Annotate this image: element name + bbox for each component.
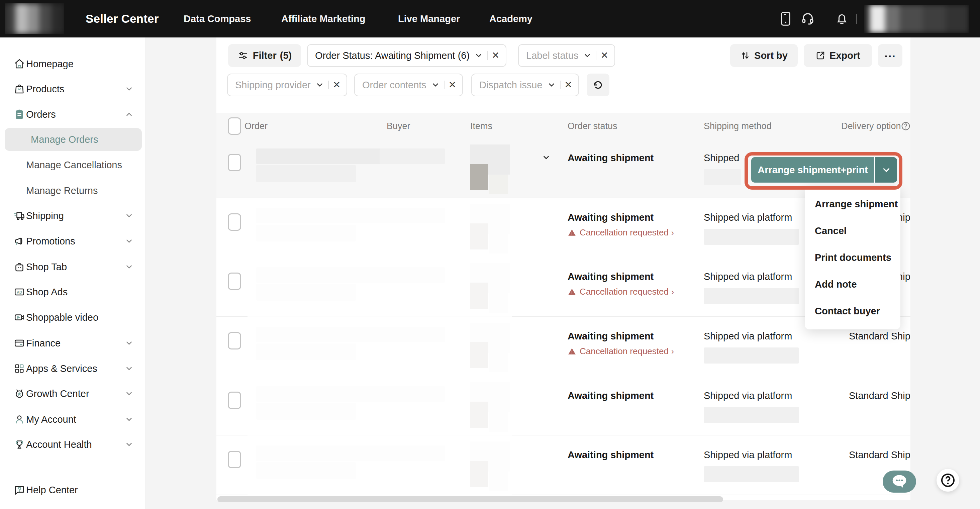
headset-icon[interactable] — [797, 8, 819, 30]
filter-pill-order-contents[interactable]: Order contents ✕ — [354, 73, 463, 96]
chevron-down-icon[interactable] — [547, 81, 556, 89]
dropdown-item-contact-buyer[interactable]: Contact buyer — [805, 297, 900, 324]
pill-divider — [596, 51, 597, 60]
sidebar-item-shop-ads[interactable]: ADShop Ads — [0, 281, 146, 303]
cancellation-requested-link[interactable]: Cancellation requested › — [568, 286, 674, 297]
topnav-icon-group — [775, 0, 980, 37]
sidebar: HomepageProductsOrdersManage OrdersManag… — [0, 37, 146, 509]
dropdown-item-add-note[interactable]: Add note — [805, 271, 900, 297]
help-fab-button[interactable] — [937, 469, 959, 492]
order-status-text: Awaiting shipment — [568, 212, 654, 223]
sidebar-item-growth-center[interactable]: Growth Center — [0, 382, 146, 405]
expand-row-chevron-icon[interactable] — [542, 153, 550, 162]
sort-by-button[interactable]: Sort by — [730, 44, 798, 67]
arrange-shipment-print-split-button[interactable]: Arrange shipment+print — [751, 157, 897, 183]
chevron-down-icon[interactable] — [431, 81, 440, 89]
mobile-icon[interactable] — [775, 8, 797, 30]
cancellation-requested-link[interactable]: Cancellation requested › — [568, 346, 674, 356]
sidebar-item-account-health[interactable]: Account Health — [0, 433, 146, 456]
sidebar-item-manage-orders[interactable]: Manage Orders — [5, 128, 142, 151]
delivery-option-text: Standard Shipping — [849, 390, 910, 401]
filter-pill-order-status[interactable]: Order Status: Awaiting Shipment (6) ✕ — [307, 44, 506, 67]
chevron-down-icon[interactable] — [583, 51, 592, 60]
sidebar-item-products[interactable]: Products — [0, 78, 146, 100]
filter-icon — [237, 50, 248, 61]
shipping-method-text: Shipped via platform — [704, 212, 792, 223]
order-status-text: Awaiting shipment — [568, 450, 654, 461]
filter-pill-label-status[interactable]: Label status ✕ — [518, 44, 615, 67]
row-checkbox[interactable] — [228, 451, 241, 468]
close-icon[interactable]: ✕ — [600, 51, 608, 60]
blurred-shipping-provider — [704, 466, 799, 482]
sidebar-item-homepage[interactable]: Homepage — [0, 52, 146, 75]
sidebar-item-help-center[interactable]: Help Center — [0, 479, 146, 501]
close-icon[interactable]: ✕ — [333, 80, 340, 90]
chevron-down-icon — [125, 364, 134, 373]
sidebar-item-label: Products — [26, 84, 64, 95]
nav-item-live-manager[interactable]: Live Manager — [398, 0, 460, 37]
sidebar-item-finance[interactable]: Finance — [0, 332, 146, 355]
row-checkbox[interactable] — [228, 213, 241, 231]
cancellation-requested-link[interactable]: Cancellation requested › — [568, 227, 674, 238]
sidebar-item-my-account[interactable]: My Account — [0, 408, 146, 431]
blurred-logo-image — [5, 3, 64, 34]
sidebar-item-shoppable-video[interactable]: Shoppable video — [0, 306, 146, 329]
filter-count-badge: (5) — [280, 50, 292, 61]
help-icon — [13, 483, 26, 496]
row-checkbox[interactable] — [228, 272, 241, 290]
filter-pill-shipping-provider[interactable]: Shipping provider ✕ — [227, 73, 347, 96]
select-all-checkbox[interactable] — [228, 118, 241, 135]
filter-pill-dispatch-issue[interactable]: Dispatch issue ✕ — [471, 73, 579, 96]
sidebar-item-apps-services[interactable]: Apps & Services — [0, 357, 146, 380]
nav-item-affiliate-marketing[interactable]: Affiliate Marketing — [281, 0, 365, 37]
shopads-icon: AD — [13, 285, 26, 299]
dropdown-item-print-documents[interactable]: Print documents — [805, 244, 900, 271]
blurred-buyer-name — [380, 148, 445, 164]
sidebar-item-manage-cancellations[interactable]: Manage Cancellations — [0, 154, 146, 176]
dropdown-item-arrange-shipment[interactable]: Arrange shipment — [805, 191, 900, 217]
filter-button[interactable]: Filter (5) — [228, 44, 301, 67]
chevron-down-icon[interactable] — [315, 81, 324, 89]
row-actions-dropdown: Arrange shipmentCancelPrint documentsAdd… — [805, 186, 900, 329]
row-checkbox[interactable] — [228, 154, 241, 171]
dropdown-item-cancel[interactable]: Cancel — [805, 217, 900, 244]
more-actions-button[interactable]: ... — [878, 44, 902, 67]
bell-icon[interactable] — [831, 8, 853, 30]
nav-item-academy[interactable]: Academy — [489, 0, 533, 37]
sidebar-item-promotions[interactable]: Promotions — [0, 230, 146, 253]
delivery-option-help-icon[interactable] — [901, 113, 910, 139]
close-icon[interactable]: ✕ — [565, 80, 572, 90]
chevron-right-icon: › — [671, 228, 674, 237]
horizontal-scrollbar[interactable] — [217, 496, 723, 502]
blurred-user-info — [864, 5, 969, 33]
close-icon[interactable]: ✕ — [449, 80, 456, 90]
arrange-shipment-print-button[interactable]: Arrange shipment+print — [751, 157, 874, 183]
pill-divider — [487, 51, 488, 60]
sidebar-item-label: Manage Returns — [26, 185, 98, 196]
reset-filters-button[interactable] — [587, 73, 609, 96]
export-button[interactable]: Export — [804, 44, 872, 67]
blurred-shipping-provider — [704, 288, 799, 304]
blurred-item-thumbnail — [470, 145, 510, 195]
sidebar-item-label: My Account — [26, 414, 76, 425]
chevron-down-icon — [125, 262, 134, 271]
row-checkbox[interactable] — [228, 391, 241, 409]
chevron-down-icon[interactable] — [474, 51, 483, 60]
privacy-blur-overlay — [248, 198, 512, 500]
sidebar-item-orders[interactable]: Orders — [0, 103, 146, 126]
filter-button-label: Filter — [253, 50, 277, 61]
seller-center-app: Seller Center Data Compass Affiliate Mar… — [0, 0, 980, 509]
sidebar-item-shop-tab[interactable]: Shop Tab — [0, 256, 146, 278]
sidebar-item-manage-returns[interactable]: Manage Returns — [0, 179, 146, 202]
pill-label: Label status — [526, 50, 578, 61]
split-button-chevron[interactable] — [875, 157, 897, 183]
pill-label: Shipping provider — [235, 80, 311, 91]
sidebar-item-shipping[interactable]: Shipping — [0, 204, 146, 227]
chat-fab-button[interactable] — [883, 471, 916, 493]
user-account-blurred[interactable] — [864, 5, 969, 33]
nav-item-data-compass[interactable]: Data Compass — [184, 0, 251, 37]
close-icon[interactable]: ✕ — [492, 51, 500, 60]
products-icon — [13, 82, 26, 95]
col-header-buyer: Buyer — [387, 113, 410, 139]
row-checkbox[interactable] — [228, 332, 241, 350]
